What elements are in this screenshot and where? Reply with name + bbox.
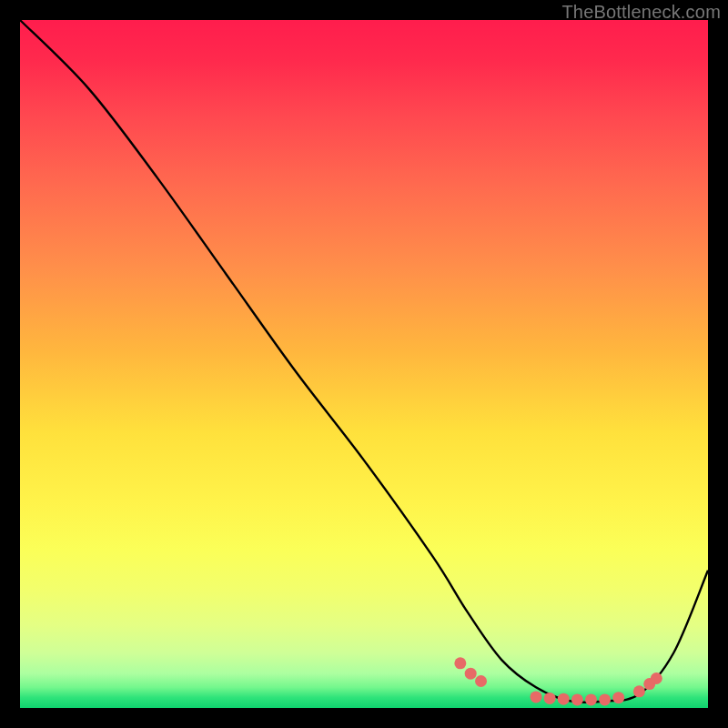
data-marker xyxy=(558,693,570,705)
data-marker xyxy=(475,675,487,687)
data-marker xyxy=(633,685,645,697)
curve-svg xyxy=(20,20,708,708)
data-marker xyxy=(612,692,624,703)
chart-frame: TheBottleneck.com xyxy=(0,0,728,728)
bottleneck-curve xyxy=(20,20,708,703)
data-marker xyxy=(544,693,556,704)
data-marker xyxy=(465,668,477,680)
data-marker xyxy=(599,693,611,705)
plot-area xyxy=(20,20,708,708)
data-marker xyxy=(454,657,466,669)
data-marker xyxy=(531,691,542,703)
data-marker xyxy=(571,693,583,705)
data-marker xyxy=(585,693,597,705)
data-marker xyxy=(651,672,662,684)
